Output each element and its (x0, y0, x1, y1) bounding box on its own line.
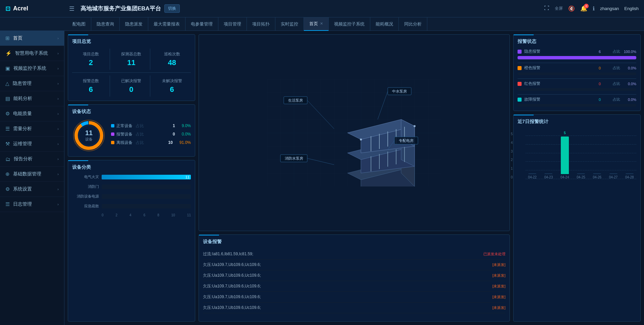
bar-chart: 电气火灾 11 消防门 消防设备电源 (72, 174, 191, 217)
chevron-hidden: › (57, 82, 59, 86)
bar-val-electric: 11 (185, 175, 190, 179)
alarm-row-hidden: 隐患报警 6 占比 100.0% (518, 49, 636, 59)
sidebar-icon-elec_quality: ⚙ (5, 111, 10, 117)
label-sensors: 探测器总数 (113, 51, 150, 57)
nav-tab-shi_shi[interactable]: 实时监控 (275, 17, 304, 31)
nav-tab-peitu[interactable]: 配电图 (67, 17, 91, 31)
notification-bell[interactable]: 🔔 0 (580, 5, 587, 12)
sidebar-label-ops: 运维管理 (13, 141, 54, 147)
nav-tab-shi_pin[interactable]: 视频监控子系统 (329, 17, 370, 31)
sidebar-item-ops[interactable]: ⚒ 运维管理 › (0, 137, 64, 152)
alarm-pct-val-orange: 0.0% (623, 66, 636, 70)
mute-icon[interactable]: 🔇 (568, 5, 575, 12)
sidebar-item-video[interactable]: ▣ 视频监控子系统 › (0, 61, 64, 76)
alarm-divider-3 (518, 94, 636, 95)
nav-tab-xiang_mu_tuo[interactable]: 项目拓扑 (247, 17, 275, 31)
alarm-item-1: 欠压:Ua109.7,Ub109.6,Uc109.6; [未派发] (203, 260, 505, 270)
legend-normal: 正常设备 占比 1 9.0% (111, 123, 191, 129)
label-inspections: 巡检次数 (153, 51, 191, 57)
sidebar-item-home[interactable]: ⊞ 首页 › (0, 31, 64, 46)
device-alarm-panel: 设备报警 过流:Ia81.6,Ib81.59,Ic81.59; 已派发未处理 欠… (199, 234, 510, 322)
language-selector[interactable]: English (624, 6, 639, 11)
label-unresolved: 未解决报警 (153, 78, 191, 84)
nav-tab-zui_da[interactable]: 最大需量报表 (148, 17, 185, 31)
sidebar-label-log: 日志管理 (13, 201, 54, 207)
chevron-report: › (57, 157, 59, 161)
alarm-bar-hidden (518, 56, 636, 59)
nav-tab-xiang_mu_guan[interactable]: 项目管理 (218, 17, 247, 31)
bar-col-0425: 04-25 (574, 132, 588, 179)
chart-y-labels: 5 4 3 2 1 0 (511, 132, 513, 179)
alarm-pct-label-red: 占比 (603, 81, 620, 86)
seven-day-panel: 近7日报警统计 5 4 3 2 1 0 (513, 114, 641, 322)
bar-0427 (609, 173, 618, 174)
date-0425: 04-25 (577, 175, 585, 179)
hamburger-icon[interactable]: ☰ (69, 5, 74, 12)
sidebar-icon-settings: ⚙ (5, 186, 10, 192)
username: zhangsan (600, 6, 619, 11)
overview-item-alarms: 报警总数 6 (72, 75, 110, 97)
nav-tab-neng_hao[interactable]: 能耗概况 (370, 17, 399, 31)
switch-button[interactable]: 切换 (164, 4, 180, 13)
sidebar-item-demand[interactable]: ☰ 需量分析 › (0, 121, 64, 137)
date-0426: 04-26 (593, 175, 601, 179)
svg-point-25 (360, 139, 362, 141)
alarm-bar-fault (518, 104, 636, 107)
alarm-bar-orange (518, 72, 636, 75)
bar-row-electric: 电气火灾 11 (72, 174, 191, 179)
nav-tab-dian_can[interactable]: 电参量管理 (185, 17, 218, 31)
device-alarm-title: 设备报警 (203, 239, 505, 245)
sidebar-item-hidden[interactable]: △ 隐患管理 › (0, 76, 64, 91)
alarm-status-panel: 报警状态 隐患报警 6 占比 100.0% (513, 34, 641, 111)
alarm-bar-red (518, 88, 636, 91)
alarm-row-fault: 故障报警 0 占比 0.0% (518, 97, 636, 107)
bar-axis: 024681011 (72, 213, 191, 217)
project-overview-panel: 项目总览 项目总数 2 探测器总数 11 巡检次数 48 报警总数 (68, 34, 195, 101)
label-resolved: 已解决报警 (113, 78, 150, 84)
sidebar-item-base[interactable]: ⊕ 基础数据管理 › (0, 167, 64, 182)
chart-area: 04-22 04-23 5 04-24 (526, 132, 636, 186)
device-legend: 正常设备 占比 1 9.0% 报警设备 占比 (111, 123, 191, 148)
alarm-pct-hidden: 占比 (603, 49, 620, 54)
sidebar-icon-ops: ⚒ (5, 141, 10, 147)
bar-label-emergency: 应急疏散 (72, 204, 99, 209)
nav-tab-yinsi_pai[interactable]: 隐患派发 (120, 17, 148, 31)
alarm-dot-hidden (518, 50, 522, 54)
device-status-panel: 设备状态 11 设备 (68, 104, 195, 157)
bar-track-fire-power (102, 194, 191, 199)
date-0422: 04-22 (528, 175, 537, 179)
sidebar-item-elec_quality[interactable]: ⚙ 电能质量 › (0, 106, 64, 121)
nav-tab-tong_bi[interactable]: 同比分析 (399, 17, 427, 31)
alarm-label-orange: 橙色报警 (524, 65, 596, 71)
main-layout: ⊞ 首页 › ⚡ 智慧用电子系统 › ▣ 视频监控子系统 › △ 隐患管理 › … (0, 31, 644, 325)
nav-tab-close-shou_ye[interactable]: ✕ (320, 21, 323, 26)
nav-tab-yinsi_cha[interactable]: 隐患查询 (91, 17, 120, 31)
sidebar-icon-log: ☰ (5, 201, 10, 207)
alarm-status-title: 报警状态 (518, 39, 636, 45)
bar-track-electric: 11 (102, 175, 191, 179)
nav-tab-shou_ye[interactable]: 首页✕ (304, 17, 329, 31)
sidebar-item-log[interactable]: ☰ 日志管理 › (0, 197, 64, 212)
chevron-settings: › (57, 187, 59, 191)
label-alarms: 报警总数 (72, 78, 110, 84)
alarm-dot-red (518, 82, 522, 86)
chevron-ops: › (57, 142, 59, 146)
alarm-item-3: 欠压:Ua109.7,Ub109.6,Uc109.6; [未派发] (203, 281, 505, 292)
donut-chart: 11 设备 (72, 119, 106, 152)
bar-0428 (626, 173, 634, 174)
sidebar-icon-energy: ▤ (5, 96, 10, 102)
sidebar-item-report[interactable]: 🗂 报告分析 › (0, 152, 64, 167)
sidebar-item-settings[interactable]: ⚙ 系统设置 › (0, 182, 64, 197)
logo-area: ⊡ Acrel (5, 5, 69, 12)
sidebar-icon-hidden: △ (5, 80, 9, 87)
page-title: 高地城市服务产业集团EBA平台 (80, 5, 161, 12)
sidebar-item-energy[interactable]: ▤ 能耗分析 › (0, 91, 64, 106)
chevron-video: › (57, 66, 59, 70)
bar-row-fire-power: 消防设备电源 (72, 194, 191, 199)
value-resolved: 0 (113, 85, 150, 94)
model-panel: 生活泵房 中水泵房 专配电房 (199, 34, 510, 231)
help-icon[interactable]: ℹ (593, 5, 595, 12)
sidebar-item-smart_elec[interactable]: ⚡ 智慧用电子系统 › (0, 46, 64, 61)
value-alarms: 6 (72, 85, 110, 94)
fullscreen-icon[interactable] (544, 5, 549, 12)
